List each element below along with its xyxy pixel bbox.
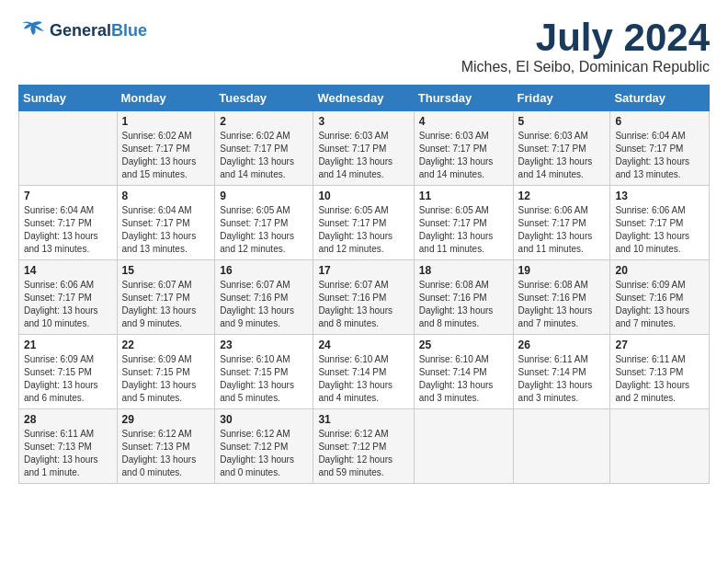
day-number: 24 (318, 339, 408, 351)
calendar-week-row: 28 Sunrise: 6:11 AMSunset: 7:13 PMDaylig… (19, 409, 710, 484)
day-number: 23 (220, 339, 308, 351)
logo: GeneralBlue (18, 18, 147, 44)
calendar-week-row: 7 Sunrise: 6:04 AMSunset: 7:17 PMDayligh… (19, 186, 710, 260)
table-row: 31 Sunrise: 6:12 AMSunset: 7:12 PMDaylig… (313, 409, 414, 484)
header-saturday: Saturday (610, 86, 710, 111)
table-row: 19 Sunrise: 6:08 AMSunset: 7:16 PMDaylig… (513, 260, 610, 335)
table-row: 9 Sunrise: 6:05 AMSunset: 7:17 PMDayligh… (215, 186, 313, 260)
day-detail: Sunrise: 6:03 AMSunset: 7:17 PMDaylight:… (518, 131, 593, 179)
day-detail: Sunrise: 6:05 AMSunset: 7:17 PMDaylight:… (220, 205, 294, 254)
table-row: 20 Sunrise: 6:09 AMSunset: 7:16 PMDaylig… (610, 260, 710, 335)
day-detail: Sunrise: 6:10 AMSunset: 7:15 PMDaylight:… (220, 354, 294, 403)
header-sunday: Sunday (19, 86, 118, 111)
day-detail: Sunrise: 6:12 AMSunset: 7:13 PMDaylight:… (122, 429, 197, 477)
day-number: 13 (615, 190, 704, 202)
table-row: 23 Sunrise: 6:10 AMSunset: 7:15 PMDaylig… (215, 335, 313, 409)
day-detail: Sunrise: 6:10 AMSunset: 7:14 PMDaylight:… (318, 354, 392, 403)
calendar-header-row: Sunday Monday Tuesday Wednesday Thursday… (19, 86, 710, 111)
table-row: 18 Sunrise: 6:08 AMSunset: 7:16 PMDaylig… (414, 260, 513, 335)
day-number: 29 (122, 413, 210, 426)
day-detail: Sunrise: 6:11 AMSunset: 7:13 PMDaylight:… (615, 354, 689, 403)
day-detail: Sunrise: 6:05 AMSunset: 7:17 PMDaylight:… (419, 205, 494, 254)
day-number: 12 (518, 190, 606, 202)
table-row: 2 Sunrise: 6:02 AMSunset: 7:17 PMDayligh… (215, 111, 313, 186)
table-row: 22 Sunrise: 6:09 AMSunset: 7:15 PMDaylig… (117, 335, 215, 409)
table-row: 5 Sunrise: 6:03 AMSunset: 7:17 PMDayligh… (513, 111, 610, 186)
day-detail: Sunrise: 6:04 AMSunset: 7:17 PMDaylight:… (122, 205, 197, 254)
table-row (610, 409, 710, 484)
day-detail: Sunrise: 6:06 AMSunset: 7:17 PMDaylight:… (24, 280, 98, 328)
header-friday: Friday (513, 86, 610, 111)
day-detail: Sunrise: 6:07 AMSunset: 7:17 PMDaylight:… (122, 280, 197, 328)
table-row: 25 Sunrise: 6:10 AMSunset: 7:14 PMDaylig… (414, 335, 513, 409)
table-row: 28 Sunrise: 6:11 AMSunset: 7:13 PMDaylig… (19, 409, 118, 484)
day-detail: Sunrise: 6:08 AMSunset: 7:16 PMDaylight:… (518, 280, 593, 328)
table-row: 12 Sunrise: 6:06 AMSunset: 7:17 PMDaylig… (513, 186, 610, 260)
day-detail: Sunrise: 6:03 AMSunset: 7:17 PMDaylight:… (318, 131, 392, 179)
header-tuesday: Tuesday (215, 86, 313, 111)
day-number: 3 (318, 115, 408, 128)
table-row: 3 Sunrise: 6:03 AMSunset: 7:17 PMDayligh… (313, 111, 414, 186)
day-number: 20 (615, 264, 704, 277)
header-monday: Monday (117, 86, 215, 111)
day-detail: Sunrise: 6:04 AMSunset: 7:17 PMDaylight:… (615, 131, 689, 179)
title-area: July 2024 Miches, El Seibo, Dominican Re… (461, 18, 710, 75)
day-number: 18 (419, 264, 508, 277)
day-number: 1 (122, 115, 210, 128)
day-number: 15 (122, 264, 210, 277)
table-row: 10 Sunrise: 6:05 AMSunset: 7:17 PMDaylig… (313, 186, 414, 260)
table-row: 15 Sunrise: 6:07 AMSunset: 7:17 PMDaylig… (117, 260, 215, 335)
day-detail: Sunrise: 6:05 AMSunset: 7:17 PMDaylight:… (318, 205, 392, 254)
table-row: 16 Sunrise: 6:07 AMSunset: 7:16 PMDaylig… (215, 260, 313, 335)
table-row: 7 Sunrise: 6:04 AMSunset: 7:17 PMDayligh… (19, 186, 118, 260)
day-number: 25 (419, 339, 508, 351)
table-row: 11 Sunrise: 6:05 AMSunset: 7:17 PMDaylig… (414, 186, 513, 260)
day-number: 21 (24, 339, 112, 351)
table-row (513, 409, 610, 484)
table-row: 30 Sunrise: 6:12 AMSunset: 7:12 PMDaylig… (215, 409, 313, 484)
day-detail: Sunrise: 6:07 AMSunset: 7:16 PMDaylight:… (318, 280, 392, 328)
day-detail: Sunrise: 6:12 AMSunset: 7:12 PMDaylight:… (318, 429, 392, 477)
day-number: 7 (24, 190, 112, 202)
day-number: 19 (518, 264, 606, 277)
day-number: 28 (24, 413, 112, 426)
table-row: 26 Sunrise: 6:11 AMSunset: 7:14 PMDaylig… (513, 335, 610, 409)
day-number: 14 (24, 264, 112, 277)
day-detail: Sunrise: 6:02 AMSunset: 7:17 PMDaylight:… (122, 131, 197, 179)
day-number: 11 (419, 190, 508, 202)
day-number: 17 (318, 264, 408, 277)
day-detail: Sunrise: 6:06 AMSunset: 7:17 PMDaylight:… (518, 205, 593, 254)
table-row: 6 Sunrise: 6:04 AMSunset: 7:17 PMDayligh… (610, 111, 710, 186)
header-wednesday: Wednesday (313, 86, 414, 111)
day-detail: Sunrise: 6:11 AMSunset: 7:13 PMDaylight:… (24, 429, 98, 477)
day-detail: Sunrise: 6:11 AMSunset: 7:14 PMDaylight:… (518, 354, 593, 403)
table-row: 21 Sunrise: 6:09 AMSunset: 7:15 PMDaylig… (19, 335, 118, 409)
table-row: 8 Sunrise: 6:04 AMSunset: 7:17 PMDayligh… (117, 186, 215, 260)
table-row: 13 Sunrise: 6:06 AMSunset: 7:17 PMDaylig… (610, 186, 710, 260)
day-number: 9 (220, 190, 308, 202)
day-detail: Sunrise: 6:06 AMSunset: 7:17 PMDaylight:… (615, 205, 689, 254)
location-text: Miches, El Seibo, Dominican Republic (461, 59, 710, 75)
calendar-week-row: 1 Sunrise: 6:02 AMSunset: 7:17 PMDayligh… (19, 111, 710, 186)
day-detail: Sunrise: 6:03 AMSunset: 7:17 PMDaylight:… (419, 131, 494, 179)
calendar-table: Sunday Monday Tuesday Wednesday Thursday… (18, 85, 710, 484)
day-number: 10 (318, 190, 408, 202)
header: GeneralBlue July 2024 Miches, El Seibo, … (18, 18, 710, 75)
day-number: 26 (518, 339, 606, 351)
day-detail: Sunrise: 6:07 AMSunset: 7:16 PMDaylight:… (220, 280, 294, 328)
table-row: 17 Sunrise: 6:07 AMSunset: 7:16 PMDaylig… (313, 260, 414, 335)
day-detail: Sunrise: 6:09 AMSunset: 7:16 PMDaylight:… (615, 280, 689, 328)
day-number: 16 (220, 264, 308, 277)
day-number: 30 (220, 413, 308, 426)
table-row: 14 Sunrise: 6:06 AMSunset: 7:17 PMDaylig… (19, 260, 118, 335)
table-row: 29 Sunrise: 6:12 AMSunset: 7:13 PMDaylig… (117, 409, 215, 484)
table-row: 1 Sunrise: 6:02 AMSunset: 7:17 PMDayligh… (117, 111, 215, 186)
table-row (19, 111, 118, 186)
calendar-week-row: 14 Sunrise: 6:06 AMSunset: 7:17 PMDaylig… (19, 260, 710, 335)
day-number: 27 (615, 339, 704, 351)
logo-icon (18, 18, 46, 44)
day-detail: Sunrise: 6:09 AMSunset: 7:15 PMDaylight:… (24, 354, 98, 403)
day-number: 5 (518, 115, 606, 128)
day-number: 6 (615, 115, 704, 128)
day-detail: Sunrise: 6:08 AMSunset: 7:16 PMDaylight:… (419, 280, 494, 328)
